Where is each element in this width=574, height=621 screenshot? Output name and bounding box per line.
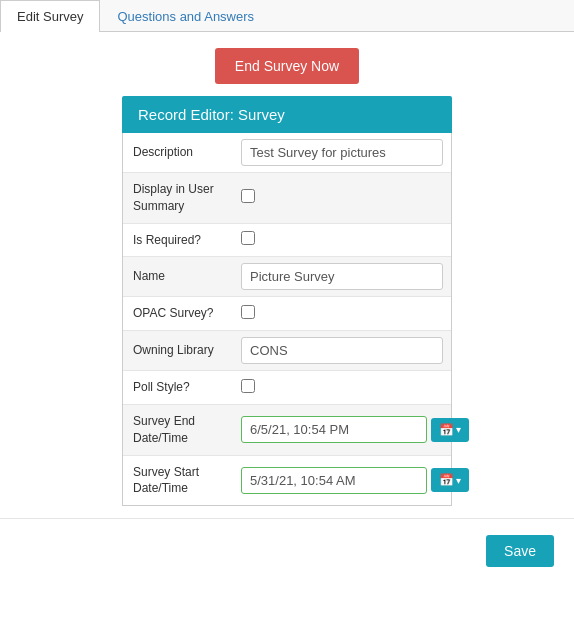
calendar-button-end[interactable]: 📅 ▾: [431, 418, 469, 442]
tab-questions-answers[interactable]: Questions and Answers: [100, 0, 271, 32]
label-survey-start-date: Survey Start Date/Time: [123, 456, 233, 506]
input-name[interactable]: [241, 263, 443, 290]
calendar-icon-start: 📅: [439, 473, 454, 487]
field-survey-start-date: Survey Start Date/Time 📅 ▾: [123, 456, 451, 506]
input-survey-end-date[interactable]: [241, 416, 427, 443]
checkbox-display-user-summary[interactable]: [241, 189, 255, 203]
record-editor: Record Editor: Survey Description Displa…: [122, 96, 452, 506]
label-owning-library: Owning Library: [123, 334, 233, 367]
field-survey-end-date: Survey End Date/Time 📅 ▾: [123, 405, 451, 456]
label-survey-end-date: Survey End Date/Time: [123, 405, 233, 455]
label-name: Name: [123, 260, 233, 293]
label-opac-survey: OPAC Survey?: [123, 297, 233, 330]
label-is-required: Is Required?: [123, 224, 233, 257]
label-poll-style: Poll Style?: [123, 371, 233, 404]
tab-bar: Edit Survey Questions and Answers: [0, 0, 574, 32]
end-survey-button[interactable]: End Survey Now: [215, 48, 359, 84]
caret-icon-start: ▾: [456, 475, 461, 486]
field-poll-style: Poll Style?: [123, 371, 451, 405]
tab-edit-survey[interactable]: Edit Survey: [0, 0, 100, 32]
field-opac-survey: OPAC Survey?: [123, 297, 451, 331]
date-row-end: 📅 ▾: [241, 416, 469, 443]
calendar-button-start[interactable]: 📅 ▾: [431, 468, 469, 492]
record-editor-body: Description Display in User Summary Is R…: [122, 133, 452, 506]
caret-icon: ▾: [456, 424, 461, 435]
checkbox-opac-survey[interactable]: [241, 305, 255, 319]
field-display-user-summary: Display in User Summary: [123, 173, 451, 224]
input-survey-start-date[interactable]: [241, 467, 427, 494]
label-description: Description: [123, 136, 233, 169]
input-description[interactable]: [241, 139, 443, 166]
checkbox-is-required[interactable]: [241, 231, 255, 245]
calendar-icon: 📅: [439, 423, 454, 437]
bottom-action-area: Save: [0, 518, 574, 583]
checkbox-poll-style[interactable]: [241, 379, 255, 393]
field-owning-library: Owning Library: [123, 331, 451, 371]
field-is-required: Is Required?: [123, 224, 451, 258]
input-owning-library[interactable]: [241, 337, 443, 364]
field-description: Description: [123, 133, 451, 173]
field-name: Name: [123, 257, 451, 297]
date-row-start: 📅 ▾: [241, 467, 469, 494]
top-action-area: End Survey Now: [0, 32, 574, 96]
record-editor-title: Record Editor: Survey: [122, 96, 452, 133]
save-button[interactable]: Save: [486, 535, 554, 567]
label-display-user-summary: Display in User Summary: [123, 173, 233, 223]
